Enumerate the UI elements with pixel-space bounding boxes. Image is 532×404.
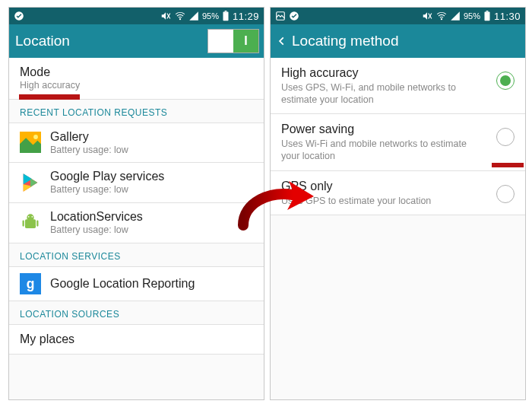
my-places-label: My places bbox=[20, 332, 253, 347]
battery-icon bbox=[483, 11, 491, 21]
svg-point-21 bbox=[441, 19, 442, 20]
silent-icon bbox=[421, 11, 433, 21]
content: High accuracy Uses GPS, Wi-Fi, and mobil… bbox=[271, 58, 525, 399]
gallery-icon bbox=[20, 132, 41, 153]
location-reporting-row[interactable]: g Google Location Reporting bbox=[9, 267, 264, 301]
silent-icon bbox=[160, 11, 172, 21]
svg-point-10 bbox=[27, 214, 33, 221]
svg-rect-4 bbox=[223, 11, 228, 21]
section-location-services: LOCATION SERVICES bbox=[9, 243, 264, 267]
page-title: Locating method bbox=[292, 33, 399, 49]
radio-icon bbox=[496, 128, 515, 146]
page-title: Location bbox=[15, 33, 70, 49]
screenshot-icon bbox=[275, 11, 286, 21]
battery-icon bbox=[222, 11, 230, 21]
radio-icon bbox=[496, 72, 515, 90]
svg-rect-12 bbox=[36, 220, 38, 226]
signal-icon bbox=[450, 11, 461, 21]
content: Mode High accuracy RECENT LOCATION REQUE… bbox=[9, 58, 264, 399]
app-sub: Battery usage: low bbox=[50, 184, 164, 196]
action-bar: Locating method bbox=[271, 24, 525, 58]
svg-point-13 bbox=[28, 216, 30, 218]
svg-rect-5 bbox=[225, 11, 227, 11]
app-sub: Battery usage: low bbox=[50, 224, 143, 237]
svg-point-3 bbox=[179, 19, 180, 20]
check-circle-icon bbox=[289, 11, 299, 21]
recent-app-row[interactable]: Gallery Battery usage: low bbox=[9, 123, 264, 164]
option-sub: Uses GPS, Wi-Fi, and mobile networks to … bbox=[281, 82, 489, 106]
wifi-icon bbox=[175, 11, 185, 21]
signal-icon bbox=[188, 11, 199, 21]
option-sub: Uses GPS to estimate your location bbox=[281, 196, 489, 208]
section-recent-requests: RECENT LOCATION REQUESTS bbox=[9, 100, 264, 123]
mode-label: Mode bbox=[20, 65, 253, 80]
recent-app-row[interactable]: LocationServices Battery usage: low bbox=[9, 203, 264, 243]
mode-row[interactable]: Mode High accuracy bbox=[9, 58, 264, 100]
play-services-icon bbox=[20, 172, 41, 193]
app-name: LocationServices bbox=[50, 209, 143, 224]
svg-text:g: g bbox=[27, 275, 35, 291]
locating-option-gps-only[interactable]: GPS only Uses GPS to estimate your locat… bbox=[271, 171, 525, 216]
svg-rect-22 bbox=[484, 11, 489, 21]
my-places-row[interactable]: My places bbox=[9, 325, 264, 355]
battery-percent: 95% bbox=[202, 11, 219, 21]
option-title: High accuracy bbox=[281, 65, 489, 81]
android-icon bbox=[20, 212, 41, 234]
radio-icon bbox=[496, 185, 515, 203]
highlight-marker bbox=[19, 94, 80, 100]
location-master-toggle[interactable]: I bbox=[207, 29, 259, 53]
highlight-marker bbox=[492, 163, 524, 167]
locating-option-power-saving[interactable]: Power saving Uses Wi-Fi and mobile netwo… bbox=[271, 114, 525, 170]
app-name: Google Play services bbox=[50, 169, 164, 184]
svg-point-7 bbox=[33, 135, 38, 140]
back-button[interactable] bbox=[277, 33, 287, 49]
check-circle-icon bbox=[14, 11, 24, 21]
option-title: GPS only bbox=[281, 179, 489, 194]
clock: 11:29 bbox=[233, 11, 259, 22]
battery-percent: 95% bbox=[464, 11, 480, 21]
status-bar: 95% 11:30 bbox=[271, 8, 525, 24]
clock: 11:30 bbox=[494, 11, 521, 22]
wifi-icon bbox=[436, 11, 447, 21]
app-name: Gallery bbox=[50, 129, 128, 145]
status-bar: 95% 11:29 bbox=[9, 8, 264, 24]
section-location-sources: LOCATION SOURCES bbox=[9, 301, 264, 325]
recent-app-row[interactable]: Google Play services Battery usage: low bbox=[9, 163, 264, 203]
app-sub: Battery usage: low bbox=[50, 145, 128, 157]
locating-method-screen: 95% 11:30 Locating method High accuracy … bbox=[270, 7, 526, 400]
svg-rect-23 bbox=[486, 11, 489, 11]
mode-value: High accuracy bbox=[20, 80, 253, 92]
svg-rect-11 bbox=[23, 220, 24, 226]
action-bar: Location I bbox=[9, 24, 264, 58]
location-settings-screen: 95% 11:29 Location I Mode High accuracy … bbox=[8, 7, 264, 400]
google-g-icon: g bbox=[20, 273, 41, 294]
svg-point-14 bbox=[31, 216, 33, 218]
option-sub: Uses Wi-Fi and mobile networks to estima… bbox=[281, 138, 489, 162]
reporting-label: Google Location Reporting bbox=[50, 276, 195, 291]
locating-option-high-accuracy[interactable]: High accuracy Uses GPS, Wi-Fi, and mobil… bbox=[271, 58, 525, 114]
option-title: Power saving bbox=[281, 122, 489, 137]
